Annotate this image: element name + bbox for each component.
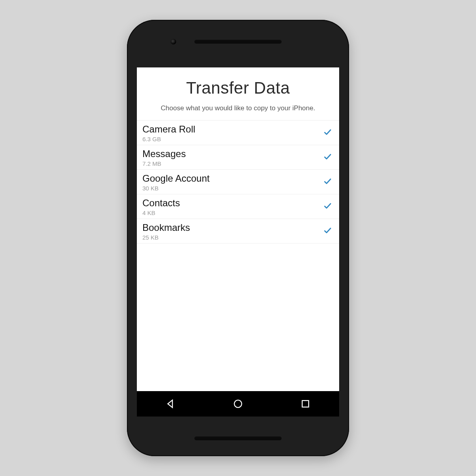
camera-dot <box>171 39 176 44</box>
header: Transfer Data Choose what you would like… <box>137 67 339 120</box>
list-item-size: 4 KB <box>142 209 323 216</box>
checkmark-icon[interactable] <box>323 128 332 138</box>
list-item-label: Contacts <box>142 198 323 209</box>
circle-home-icon <box>232 398 244 409</box>
svg-point-0 <box>234 400 242 408</box>
list-item-size: 30 KB <box>142 185 323 192</box>
list-item[interactable]: Google Account30 KB <box>137 170 339 194</box>
page-title: Transfer Data <box>145 79 331 98</box>
list-item-label: Camera Roll <box>142 124 323 135</box>
triangle-back-icon <box>165 398 176 409</box>
checkmark-icon[interactable] <box>323 226 332 236</box>
recents-button[interactable] <box>300 398 311 409</box>
page-subtitle: Choose what you would like to copy to yo… <box>145 104 331 113</box>
list-item-text: Camera Roll6.3 GB <box>142 124 323 142</box>
checkmark-icon[interactable] <box>323 152 332 163</box>
list-item-text: Google Account30 KB <box>142 173 323 192</box>
earpiece-top <box>194 40 282 44</box>
checkmark-icon[interactable] <box>323 177 332 187</box>
earpiece-bottom <box>194 436 282 440</box>
list-item-label: Google Account <box>142 173 323 184</box>
transfer-list[interactable]: Camera Roll6.3 GBMessages7.2 MBGoogle Ac… <box>137 120 339 391</box>
list-item-size: 25 KB <box>142 234 323 241</box>
list-item-label: Messages <box>142 148 323 159</box>
svg-rect-1 <box>302 401 309 407</box>
list-item-text: Bookmarks25 KB <box>142 222 323 241</box>
square-recents-icon <box>300 398 311 409</box>
checkmark-icon[interactable] <box>323 202 332 212</box>
list-item-text: Messages7.2 MB <box>142 148 323 167</box>
list-item-text: Contacts4 KB <box>142 198 323 216</box>
list-item-size: 6.3 GB <box>142 136 323 142</box>
list-item[interactable]: Camera Roll6.3 GB <box>137 121 339 145</box>
back-button[interactable] <box>165 398 176 409</box>
list-item-label: Bookmarks <box>142 222 323 233</box>
home-button[interactable] <box>232 398 244 409</box>
list-item-size: 7.2 MB <box>142 160 323 167</box>
phone-frame: Transfer Data Choose what you would like… <box>127 20 349 456</box>
screen: Transfer Data Choose what you would like… <box>137 67 339 416</box>
list-item[interactable]: Contacts4 KB <box>137 194 339 219</box>
list-item[interactable]: Bookmarks25 KB <box>137 219 339 244</box>
android-navbar <box>137 391 339 416</box>
list-item[interactable]: Messages7.2 MB <box>137 145 339 170</box>
